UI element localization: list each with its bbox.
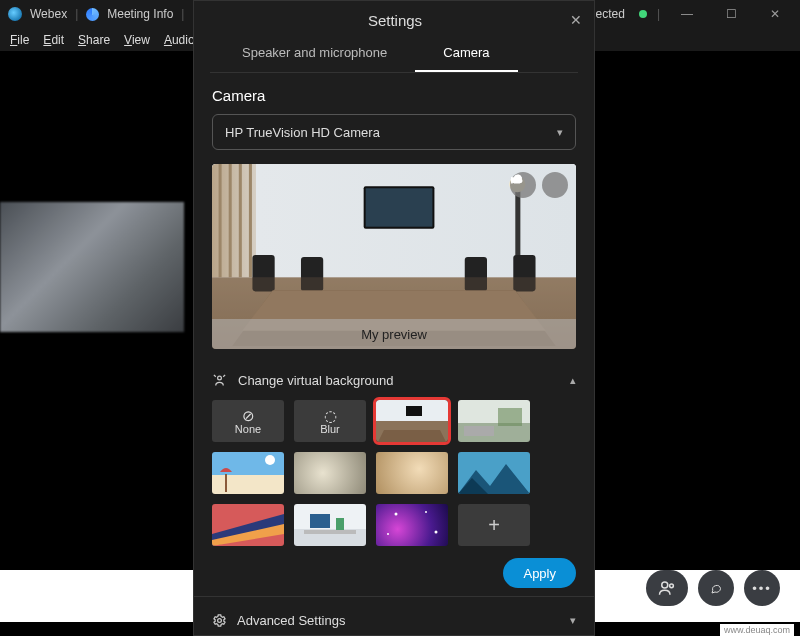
change-virtual-background-label: Change virtual background — [238, 373, 393, 388]
maximize-button[interactable]: ☐ — [714, 7, 748, 21]
bg-thumb-beach — [212, 452, 284, 494]
apply-button[interactable]: Apply — [503, 558, 576, 588]
settings-close-button[interactable]: ✕ — [570, 12, 582, 28]
tab-camera[interactable]: Camera — [415, 39, 517, 72]
meeting-info-label[interactable]: Meeting Info — [107, 7, 173, 21]
camera-preview: My preview — [212, 164, 576, 349]
svg-rect-30 — [304, 530, 356, 534]
bg-option-space[interactable] — [376, 504, 448, 546]
bg-option-warm-blur[interactable] — [376, 452, 448, 494]
svg-point-34 — [435, 531, 438, 534]
bg-option-abstract-red[interactable] — [212, 504, 284, 546]
menu-file[interactable]: File — [10, 33, 29, 47]
more-icon: ••• — [752, 581, 772, 596]
none-icon: ⊘ — [242, 408, 255, 423]
svg-rect-31 — [336, 518, 344, 530]
virtual-background-grid: ⊘ None ◌ Blur — [212, 400, 576, 546]
watermark: www.deuaq.com — [720, 624, 794, 636]
camera-selected-value: HP TrueVision HD Camera — [225, 125, 380, 140]
separator: | — [181, 7, 184, 21]
svg-point-36 — [218, 619, 222, 623]
chevron-up-icon: ▴ — [570, 374, 576, 387]
menu-edit[interactable]: Edit — [43, 33, 64, 47]
plus-icon: + — [488, 514, 500, 537]
chevron-down-icon: ▾ — [570, 614, 576, 627]
bg-thumb-mountains — [458, 452, 530, 494]
change-virtual-background-row[interactable]: Change virtual background ▴ — [212, 367, 576, 400]
advanced-settings-row[interactable]: Advanced Settings ▾ — [212, 605, 576, 632]
menu-view[interactable]: View — [124, 33, 150, 47]
participants-icon — [658, 579, 676, 597]
separator: | — [75, 7, 78, 21]
svg-rect-20 — [406, 406, 422, 416]
app-name: Webex — [30, 7, 67, 21]
svg-point-35 — [387, 533, 389, 535]
bg-option-soft-blur[interactable] — [294, 452, 366, 494]
svg-marker-21 — [378, 430, 446, 442]
menu-share[interactable]: Share — [78, 33, 110, 47]
svg-point-32 — [395, 513, 398, 516]
preview-like-button[interactable] — [542, 172, 568, 198]
chevron-down-icon: ▾ — [557, 126, 563, 139]
status-dot-icon — [639, 10, 647, 18]
camera-section-title: Camera — [212, 87, 576, 104]
svg-rect-23 — [464, 426, 494, 436]
bg-thumb-office — [376, 400, 448, 442]
svg-rect-22 — [498, 408, 522, 426]
bg-option-none[interactable]: ⊘ None — [212, 400, 284, 442]
chat-icon — [710, 580, 722, 597]
settings-tabs: Speaker and microphone Camera — [194, 39, 594, 72]
thumbs-up-icon — [510, 172, 523, 185]
svg-point-33 — [425, 511, 427, 513]
bg-option-add[interactable]: + — [458, 504, 530, 546]
svg-rect-9 — [366, 188, 433, 226]
meeting-info-icon — [86, 8, 99, 21]
divider — [194, 596, 594, 597]
gear-icon — [212, 613, 227, 628]
bg-thumb-desk — [294, 504, 366, 546]
self-video-thumbnail[interactable] — [0, 202, 184, 332]
minimize-button[interactable]: — — [670, 7, 704, 21]
chat-button[interactable] — [698, 570, 734, 606]
bg-thumb-living — [458, 400, 530, 442]
bg-option-beach[interactable] — [212, 452, 284, 494]
close-window-button[interactable]: ✕ — [758, 7, 792, 21]
blur-icon: ◌ — [324, 408, 337, 423]
tab-speaker-microphone[interactable]: Speaker and microphone — [214, 39, 415, 72]
camera-panel: Camera HP TrueVision HD Camera ▾ — [194, 73, 594, 635]
bg-blur-label: Blur — [320, 423, 340, 435]
svg-point-19 — [218, 376, 222, 380]
svg-rect-29 — [310, 514, 330, 528]
bg-option-desk[interactable] — [294, 504, 366, 546]
svg-point-0 — [662, 582, 668, 588]
camera-select[interactable]: HP TrueVision HD Camera ▾ — [212, 114, 576, 150]
settings-title: Settings — [220, 12, 570, 29]
bg-option-mountains[interactable] — [458, 452, 530, 494]
bg-thumb-space — [376, 504, 448, 546]
preview-label: My preview — [212, 319, 576, 349]
bg-option-living-room[interactable] — [458, 400, 530, 442]
advanced-settings-label: Advanced Settings — [237, 613, 345, 628]
participants-button[interactable] — [646, 570, 688, 606]
separator: | — [657, 7, 660, 21]
bg-thumb-abstract — [212, 504, 284, 546]
settings-dialog: Settings ✕ Speaker and microphone Camera… — [193, 0, 595, 636]
more-options-button[interactable]: ••• — [744, 570, 780, 606]
svg-point-24 — [265, 455, 275, 465]
webex-logo-icon — [8, 7, 22, 21]
bg-option-blur[interactable]: ◌ Blur — [294, 400, 366, 442]
svg-point-1 — [670, 584, 674, 588]
bg-option-office[interactable] — [376, 400, 448, 442]
bg-none-label: None — [235, 423, 261, 435]
virtual-background-icon — [212, 373, 228, 388]
bottom-controls: ••• — [646, 570, 780, 606]
